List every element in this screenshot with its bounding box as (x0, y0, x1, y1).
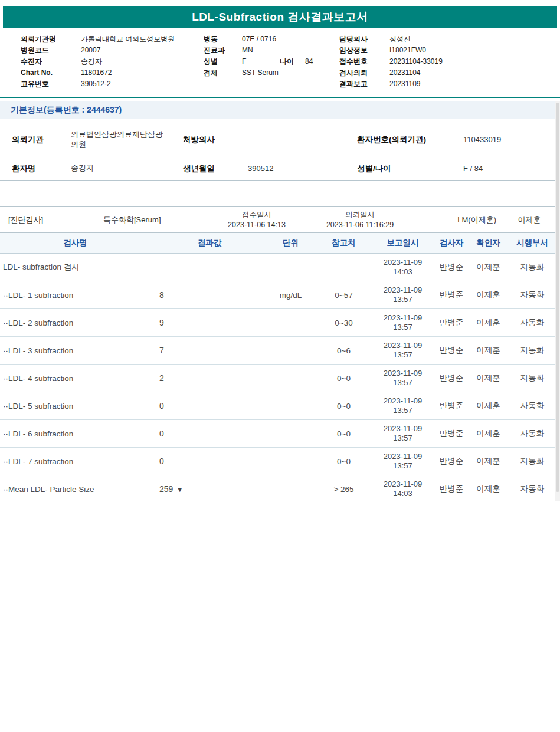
col-header-unit: 단위 (268, 238, 313, 248)
report-title-bar: LDL-Subfraction 검사결과보고서 (3, 6, 557, 28)
col-header-name: 검사명 (0, 238, 150, 248)
order-test-group: 특수화학[Serum] (97, 215, 174, 225)
department: 자동화 (505, 456, 560, 467)
tester: 반병준 (431, 317, 472, 328)
field-value: 20007 (81, 45, 100, 56)
confirmer: 이제훈 (472, 345, 505, 356)
table-row: ··LDL- 5 subfraction 0 0~0 2023-11-0913:… (0, 392, 560, 420)
header-field-sex-age: 성별F나이84 (204, 56, 339, 67)
field-label: 의뢰기관명 (21, 34, 81, 45)
report-time: 13:57 (393, 406, 412, 415)
test-name: ··LDL- 6 subfraction (0, 429, 150, 438)
field-label: 환자번호(의뢰기관) (348, 134, 457, 145)
confirmer: 이제훈 (472, 456, 505, 467)
result-number: 259 (159, 484, 173, 494)
age-value: 84 (305, 56, 313, 67)
report-date: 2023-11-09 (384, 341, 423, 350)
confirmer: 이제훈 (472, 262, 505, 273)
result-value: 7 (150, 346, 268, 355)
header-field: Chart No.11801672 (21, 67, 204, 78)
pathologist-name: 이제훈 (499, 215, 560, 225)
field-value: 11801672 (81, 67, 112, 78)
report-time: 14:03 (393, 267, 412, 277)
field-label: 임상정보 (339, 45, 389, 56)
header-field: 고유번호390512-2 (21, 78, 204, 90)
report-time: 13:57 (393, 434, 412, 443)
confirmer: 이제훈 (472, 484, 505, 494)
col-header-confirmer: 확인자 (472, 238, 505, 248)
field-label: 성별/나이 (348, 163, 457, 174)
result-value (150, 262, 268, 272)
scrollbar-thumb[interactable] (556, 103, 559, 492)
test-name: ··LDL- 5 subfraction (0, 402, 150, 411)
col-header-dept: 시행부서 (505, 238, 560, 248)
table-row: ··LDL- 2 subfraction 9 0~30 2023-11-0913… (0, 309, 560, 337)
reference-range: 0~0 (313, 402, 375, 411)
header-field: 병원코드20007 (21, 45, 204, 56)
tester: 반병준 (431, 345, 472, 356)
report-time: 13:57 (393, 323, 412, 332)
test-name: ··LDL- 3 subfraction (0, 346, 150, 355)
reported-datetime: 2023-11-0913:57 (375, 369, 431, 387)
header-col-doctor: 담당의사정성진 임상정보I18021FW0 접수번호20231104-33019… (339, 34, 443, 90)
col-header-tester: 검사자 (431, 238, 472, 248)
reference-range: 0~0 (313, 429, 375, 438)
reference-range: 0~6 (313, 346, 375, 355)
reported-datetime: 2023-11-0914:03 (375, 480, 431, 498)
field-label: 생년월일 (168, 163, 239, 174)
header-field: 담당의사정성진 (339, 34, 443, 45)
field-label: 접수번호 (339, 56, 389, 67)
basic-info-table: 의뢰기관 의료법인삼광의료재단삼광의원 처방의사 환자번호(의뢰기관) 1104… (0, 123, 560, 181)
field-value: I18021FW0 (389, 45, 426, 56)
report-date: 2023-11-09 (384, 313, 423, 323)
field-label: 검사의뢰 (339, 67, 389, 78)
field-value: 07E / 0716 (242, 34, 276, 45)
report-time: 13:57 (393, 295, 412, 304)
test-name: ··Mean LDL- Particle Size (0, 485, 150, 494)
reported-datetime: 2023-11-0913:57 (375, 452, 431, 470)
field-label: 처방의사 (168, 134, 239, 145)
result-value: 259▼ (150, 484, 268, 494)
confirmer: 이제훈 (472, 290, 505, 300)
result-value: 9 (150, 318, 268, 327)
report-time: 13:57 (393, 378, 412, 388)
report-date: 2023-11-09 (384, 452, 423, 461)
table-row: ··LDL- 1 subfraction 8 mg/dL 0~57 2023-1… (0, 281, 560, 309)
basic-info-row: 의뢰기관 의료법인삼광의료재단삼광의원 처방의사 환자번호(의뢰기관) 1104… (0, 123, 560, 156)
table-row: ··LDL- 3 subfraction 7 0~6 2023-11-0913:… (0, 337, 560, 365)
test-name: ··LDL- 1 subfraction (0, 291, 150, 300)
result-number: 9 (159, 318, 164, 327)
confirmer: 이제훈 (472, 401, 505, 411)
reference-range: > 265 (313, 485, 375, 494)
receipt-datetime: 접수일시 2023-11-06 14:13 (174, 210, 339, 229)
department: 자동화 (505, 373, 560, 383)
field-label: Chart No. (21, 67, 81, 78)
vertical-scrollbar[interactable] (555, 101, 560, 501)
test-name: ··LDL- 4 subfraction (0, 374, 150, 383)
test-name: LDL- subfraction 검사 (0, 262, 150, 273)
table-row: ··Mean LDL- Particle Size 259▼ > 265 202… (0, 475, 560, 503)
field-label: 병동 (204, 34, 242, 45)
department: 자동화 (505, 290, 560, 300)
field-label: 성별 (204, 56, 242, 67)
header-field: 임상정보I18021FW0 (339, 45, 443, 56)
basic-info-section-title: 기본정보(등록번호 : 2444637) (0, 101, 560, 119)
field-value: F / 84 (457, 164, 560, 173)
field-value: 390512 (239, 164, 348, 173)
confirmer: 이제훈 (472, 428, 505, 439)
result-value: 2 (150, 373, 268, 383)
header-col-institution: 의뢰기관명가톨릭대학교 여의도성모병원 병원코드20007 수진자송경자 Cha… (21, 34, 204, 90)
results-table-body: LDL- subfraction 검사 2023-11-0914:03 반병준 … (0, 254, 560, 503)
result-number: 2 (159, 373, 164, 383)
field-label: 병원코드 (21, 45, 81, 56)
header-field: 병동07E / 0716 (204, 34, 339, 45)
reported-datetime: 2023-11-0913:57 (375, 285, 431, 304)
report-date: 2023-11-09 (384, 396, 423, 406)
result-number: 7 (159, 346, 164, 355)
age-label: 나이 (280, 56, 305, 67)
department: 자동화 (505, 262, 560, 273)
result-value: 0 (150, 401, 268, 411)
result-value: 0 (150, 429, 268, 438)
report-time: 13:57 (393, 461, 412, 471)
result-value: 8 (150, 290, 268, 300)
